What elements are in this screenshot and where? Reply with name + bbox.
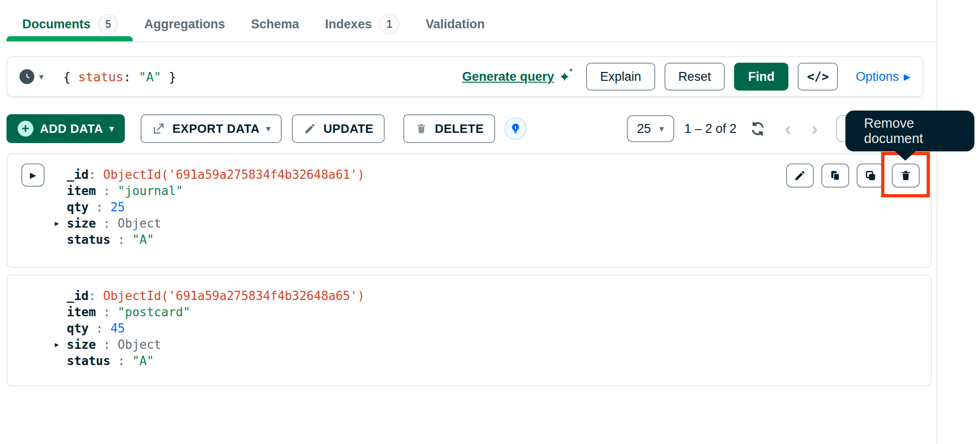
reset-button[interactable]: Reset [664,63,725,91]
document-card: _id: ObjectId('691a59a275834f4b32648a65'… [6,274,932,386]
tab-aggregations-label: Aggregations [144,17,225,32]
field-value-string: "A" [132,354,154,368]
field-key: size [67,338,96,352]
field-separator: : [110,354,132,368]
field-row-size: ▶size : Object [67,336,931,353]
tab-documents-count-badge: 5 [98,14,118,34]
refresh-button[interactable] [748,118,768,139]
field-key: _id [67,168,89,182]
query-colon: : [123,70,139,84]
field-key: item [67,305,96,319]
update-label: UPDATE [323,122,374,136]
generate-query-link[interactable]: Generate query ✦✦ [462,69,570,85]
pencil-icon [303,122,317,136]
tab-validation-label: Validation [426,17,485,32]
tab-indexes-count-badge: 1 [379,14,400,34]
expand-document-button[interactable]: ▶ [21,163,45,187]
field-separator: : [96,338,118,352]
active-tab-indicator [6,36,133,41]
add-data-label: ADD DATA [40,122,103,136]
documents-toolbar: + ADD DATA ▾ EXPORT DATA ▾ UPDATE DELETE [6,114,932,144]
field-key: _id [67,289,89,303]
field-key: item [67,184,96,198]
field-key: qty [67,200,89,214]
trash-icon [900,170,912,182]
document-fields: _id: ObjectId('691a59a275834f4b32648a65'… [67,287,931,369]
delete-label: DELETE [435,122,484,136]
query-field-name: status [78,70,124,84]
find-button[interactable]: Find [734,63,788,91]
field-value-objectid: ObjectId('691a59a275834f4b32648a61') [103,168,365,182]
chevron-down-icon: ▾ [266,124,271,134]
query-close-brace: } [161,70,176,84]
field-key: status [67,354,110,368]
field-row-qty: qty : 25 [67,199,931,215]
field-value-string: "A" [132,233,154,247]
ai-sparkle-icon: ✦✦ [559,69,570,85]
field-separator: : [96,305,118,319]
tab-documents[interactable]: Documents 5 [22,14,118,34]
explain-button[interactable]: Explain [586,63,655,91]
update-button[interactable]: UPDATE [292,114,385,143]
query-history-button[interactable]: ▾ [19,69,44,84]
next-page-button[interactable]: › [801,119,828,138]
tabs-underline [0,36,937,42]
options-label: Options [856,70,899,84]
field-key: status [67,233,110,247]
query-input[interactable]: { status: "A" } [63,70,176,84]
remove-document-tooltip: Remove document [845,111,974,151]
field-row-id: _id: ObjectId('691a59a275834f4b32648a65'… [67,287,931,304]
document-card: ▶ _id: ObjectId('691a59a275834f4b32648a6… [6,153,932,268]
chevron-down-icon: ▾ [659,124,664,133]
field-key: qty [67,321,89,335]
query-open-brace: { [63,70,78,84]
tooltip-label: Remove document [864,116,974,146]
export-data-button[interactable]: EXPORT DATA ▾ [141,114,282,143]
query-bar-actions: Generate query ✦✦ Explain Reset Find </>… [462,63,910,91]
tab-schema[interactable]: Schema [251,17,299,32]
tab-validation[interactable]: Validation [426,17,485,32]
options-toggle[interactable]: Options ▶ [856,70,910,84]
field-separator: : [89,200,110,214]
field-row-item: item : "postcard" [67,304,931,320]
delete-button[interactable]: DELETE [403,114,495,143]
field-value-number: 45 [110,321,125,335]
code-view-toggle-button[interactable]: </> [798,63,838,91]
field-separator: : [89,289,103,303]
code-icon: </> [807,70,829,84]
collection-tabs: Documents 5 Aggregations Schema Indexes … [0,0,936,36]
expand-field-icon[interactable]: ▶ [55,340,59,349]
page-size-select[interactable]: 25 ▾ [627,115,674,142]
field-separator: : [89,321,110,335]
tab-documents-label: Documents [22,17,90,32]
copy-document-button[interactable] [821,163,849,188]
query-field-value: "A" [139,70,161,84]
edit-document-button[interactable] [786,163,814,188]
plus-icon: + [18,121,33,137]
expand-field-icon[interactable]: ▶ [55,219,59,228]
field-row-size: ▶size : Object [67,215,931,231]
tab-aggregations[interactable]: Aggregations [144,17,225,32]
field-separator: : [110,233,132,247]
pencil-icon [794,170,806,182]
add-data-button[interactable]: + ADD DATA ▾ [6,114,125,143]
insights-bulb-button[interactable] [504,118,527,140]
triangle-right-icon: ▶ [30,170,36,180]
field-row-status: status : "A" [67,231,931,248]
remove-document-button[interactable] [892,163,920,188]
query-bar: ▾ { status: "A" } Generate query ✦✦ Expl… [6,56,923,97]
triangle-right-icon: ▶ [903,72,910,82]
tab-indexes[interactable]: Indexes 1 [325,14,400,34]
chevron-down-icon: ▾ [110,124,114,134]
export-icon [152,122,166,136]
history-clock-icon [19,69,34,84]
field-row-status: status : "A" [67,353,931,369]
clone-document-button[interactable] [857,163,884,188]
document-action-buttons [786,163,920,188]
field-separator: : [89,168,103,182]
clone-icon [864,170,877,182]
trash-icon [414,122,428,136]
field-value-string: "journal" [118,184,183,198]
field-value-object: Object [118,216,161,230]
prev-page-button[interactable]: ‹ [774,119,801,138]
